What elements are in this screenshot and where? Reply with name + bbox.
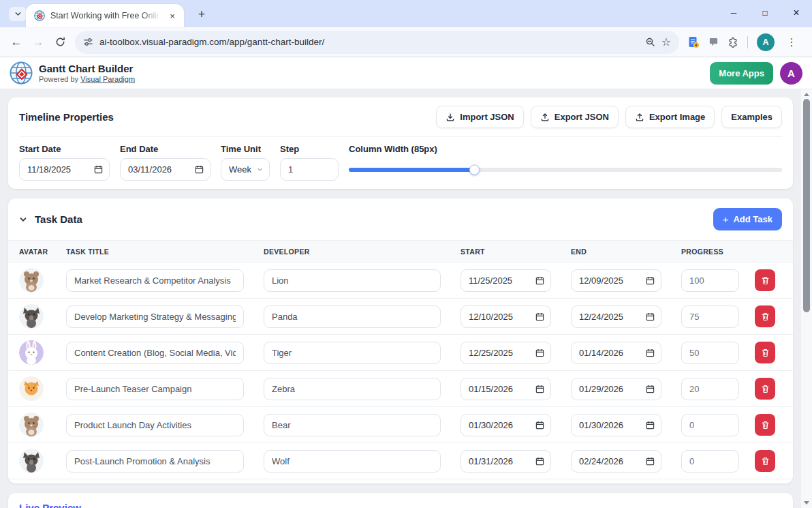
- zoom-out-icon: [645, 37, 655, 47]
- start-date-input[interactable]: 11/25/2025: [460, 269, 551, 292]
- calendar-icon[interactable]: [646, 312, 655, 321]
- task-title-input[interactable]: [66, 342, 244, 364]
- progress-input[interactable]: [681, 378, 739, 400]
- progress-input[interactable]: [681, 305, 739, 328]
- feedback-button[interactable]: [708, 37, 719, 47]
- reload-button[interactable]: [49, 31, 71, 53]
- task-title-input[interactable]: [66, 305, 244, 328]
- scrollbar-thumb[interactable]: [803, 99, 810, 312]
- end-date-input[interactable]: 01/29/2026: [571, 378, 661, 400]
- address-bar[interactable]: ai-toolbox.visual-paradigm.com/app/gantt…: [75, 31, 679, 54]
- developer-input[interactable]: [264, 342, 441, 364]
- visual-paradigm-link[interactable]: Visual Paradigm: [80, 75, 135, 83]
- developer-input[interactable]: [264, 378, 441, 400]
- minimize-button[interactable]: ─: [718, 0, 749, 26]
- table-row: 01/15/2026 01/29/2026: [8, 371, 793, 407]
- end-date-input[interactable]: 12/09/2025: [571, 269, 661, 292]
- toolbar-divider: [747, 36, 748, 48]
- browser-menu-button[interactable]: ⋮: [783, 36, 800, 48]
- start-date-input[interactable]: 01/15/2026: [460, 378, 551, 400]
- examples-button[interactable]: Examples: [721, 106, 782, 128]
- column-width-label: Column Width (85px): [349, 144, 782, 154]
- scrollbar-up-arrow-icon[interactable]: [804, 93, 809, 96]
- calendar-icon[interactable]: [646, 421, 655, 430]
- page-scrollbar[interactable]: [801, 89, 812, 508]
- delete-task-button[interactable]: [755, 269, 775, 291]
- task-title-input[interactable]: [66, 414, 244, 436]
- developer-input[interactable]: [264, 414, 441, 436]
- zoom-button[interactable]: [645, 37, 655, 47]
- developer-input[interactable]: [264, 450, 441, 473]
- extensions-area: A ⋮: [683, 33, 807, 51]
- new-tab-button[interactable]: +: [193, 6, 210, 23]
- site-settings-button[interactable]: [83, 37, 93, 47]
- progress-input[interactable]: [681, 269, 739, 292]
- tab-search-button[interactable]: [9, 7, 27, 21]
- slider-thumb[interactable]: [469, 164, 480, 175]
- end-date-input[interactable]: 01/14/2026: [571, 342, 661, 364]
- back-button[interactable]: ←: [5, 31, 27, 53]
- calendar-icon[interactable]: [535, 421, 544, 430]
- browser-tab[interactable]: Start Working with Free Online ×: [26, 4, 184, 27]
- export-image-button[interactable]: Export Image: [625, 106, 715, 128]
- developer-input[interactable]: [264, 305, 441, 328]
- start-date-input[interactable]: 01/30/2026: [460, 414, 551, 436]
- calendar-icon[interactable]: [195, 165, 204, 174]
- url-text: ai-toolbox.visual-paradigm.com/app/gantt…: [99, 37, 324, 47]
- calendar-icon[interactable]: [535, 457, 544, 466]
- calendar-icon[interactable]: [535, 312, 544, 321]
- calendar-icon[interactable]: [646, 385, 655, 393]
- task-title-input[interactable]: [66, 269, 244, 292]
- maximize-button[interactable]: □: [749, 0, 781, 26]
- timeline-end-date-input[interactable]: 03/11/2026: [120, 158, 210, 181]
- calendar-icon[interactable]: [535, 348, 544, 357]
- calendar-icon[interactable]: [646, 348, 655, 357]
- avatar-bear: [19, 413, 44, 437]
- bookmark-star-icon[interactable]: ☆: [661, 35, 671, 48]
- delete-task-button[interactable]: [755, 414, 775, 436]
- calendar-icon[interactable]: [535, 276, 544, 285]
- chevron-down-icon: [257, 166, 263, 173]
- time-unit-select[interactable]: Week: [221, 158, 270, 181]
- calendar-icon[interactable]: [646, 276, 655, 285]
- step-input[interactable]: [280, 158, 339, 181]
- export-json-button[interactable]: Export JSON: [531, 106, 619, 128]
- browser-profile-avatar[interactable]: A: [757, 33, 775, 51]
- task-title-input[interactable]: [66, 378, 244, 400]
- forward-button[interactable]: →: [27, 31, 49, 53]
- start-date-input[interactable]: 12/10/2025: [460, 305, 551, 328]
- slider-track[interactable]: [349, 168, 782, 172]
- end-date-input[interactable]: 12/24/2025: [571, 305, 661, 328]
- delete-task-button[interactable]: [755, 342, 775, 363]
- add-task-button[interactable]: + Add Task: [713, 208, 782, 230]
- progress-input[interactable]: [681, 414, 739, 436]
- collapse-chevron-icon[interactable]: [19, 215, 27, 224]
- calendar-icon[interactable]: [535, 385, 544, 393]
- tab-close-button[interactable]: ×: [166, 10, 178, 22]
- task-title-input[interactable]: [66, 450, 244, 473]
- user-avatar[interactable]: A: [780, 62, 802, 85]
- scrollbar-down-arrow-icon[interactable]: [804, 501, 809, 505]
- calendar-icon[interactable]: [646, 457, 655, 466]
- progress-input[interactable]: [681, 450, 739, 473]
- window-controls: ─ □ ×: [718, 0, 812, 26]
- task-data-card: Task Data + Add Task AVATAR TASK TITLE D…: [8, 198, 793, 483]
- import-json-button[interactable]: Import JSON: [436, 106, 523, 128]
- delete-task-button[interactable]: [755, 450, 775, 472]
- browser-toolbar: ← → ai-toolbox.visual-paradigm.com/app/g…: [0, 27, 812, 57]
- docs-extension-button[interactable]: [687, 36, 700, 48]
- end-date-input[interactable]: 01/30/2026: [571, 414, 661, 436]
- start-date-input[interactable]: 12/25/2025: [460, 342, 551, 364]
- start-date-input[interactable]: 01/31/2026: [460, 450, 551, 473]
- extensions-button[interactable]: [728, 37, 738, 48]
- progress-input[interactable]: [681, 342, 739, 364]
- calendar-icon[interactable]: [94, 165, 103, 174]
- close-button[interactable]: ×: [781, 0, 812, 26]
- end-date-input[interactable]: 02/24/2026: [571, 450, 661, 473]
- developer-input[interactable]: [264, 269, 441, 292]
- delete-task-button[interactable]: [755, 305, 775, 327]
- timeline-start-date-input[interactable]: 11/18/2025: [19, 158, 110, 181]
- delete-task-button[interactable]: [755, 378, 775, 400]
- column-width-slider[interactable]: [349, 158, 782, 181]
- more-apps-button[interactable]: More Apps: [710, 62, 773, 85]
